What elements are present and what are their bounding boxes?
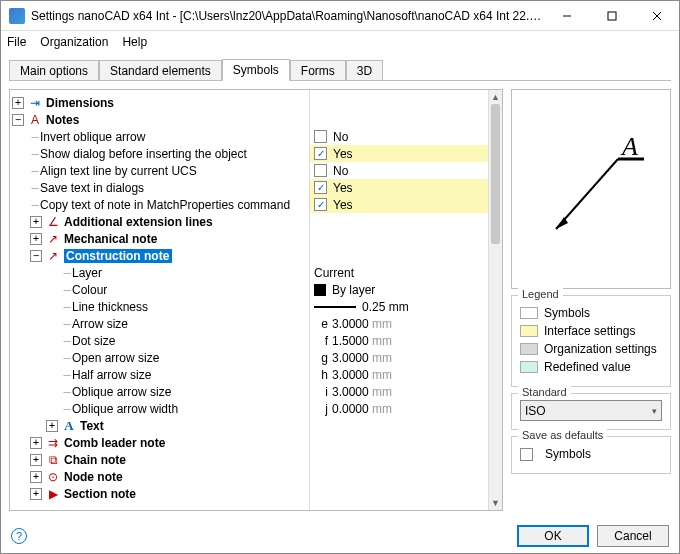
value-copy-text[interactable]: ✓ Yes <box>310 196 502 213</box>
tree-branch-icon: – <box>62 402 72 416</box>
tree-label: Oblique arrow width <box>72 402 178 416</box>
value-layer[interactable]: Current <box>310 264 502 281</box>
tree-item-mechanical-note[interactable]: + ↗ Mechanical note <box>10 230 309 247</box>
tab-standard-elements[interactable]: Standard elements <box>99 60 222 81</box>
checkbox-icon[interactable] <box>520 448 533 461</box>
value-oblique-arrow-width[interactable]: j 0.0000 mm <box>310 400 502 417</box>
expander-plus-icon[interactable]: + <box>30 488 42 500</box>
checkbox-checked-icon[interactable]: ✓ <box>314 198 327 211</box>
tree-item-show-dialog[interactable]: – Show dialog before inserting the objec… <box>10 145 309 162</box>
value-open-arrow-size[interactable]: g 3.0000 mm <box>310 349 502 366</box>
tree-item-line-thickness[interactable]: – Line thickness <box>10 298 309 315</box>
value-save-text[interactable]: ✓ Yes <box>310 179 502 196</box>
tree-item-half-arrow-size[interactable]: – Half arrow size <box>10 366 309 383</box>
expander-plus-icon[interactable]: + <box>46 420 58 432</box>
notes-icon: A <box>28 113 42 127</box>
cancel-button[interactable]: Cancel <box>597 525 669 547</box>
tree-item-comb-leader[interactable]: + ⇉ Comb leader note <box>10 434 309 451</box>
expander-minus-icon[interactable]: − <box>12 114 24 126</box>
legend-label: Interface settings <box>544 324 635 338</box>
tree-item-additional-ext-lines[interactable]: + ∠ Additional extension lines <box>10 213 309 230</box>
value-show-dialog[interactable]: ✓ Yes <box>310 145 502 162</box>
expander-plus-icon[interactable]: + <box>30 216 42 228</box>
tree-item-save-text[interactable]: – Save text in dialogs <box>10 179 309 196</box>
help-icon[interactable]: ? <box>11 528 27 544</box>
tree-item-notes[interactable]: − A Notes <box>10 111 309 128</box>
tab-forms[interactable]: Forms <box>290 60 346 81</box>
tree-item-chain-note[interactable]: + ⧉ Chain note <box>10 451 309 468</box>
standard-title: Standard <box>518 386 571 398</box>
expander-minus-icon[interactable]: − <box>30 250 42 262</box>
value-cell <box>310 213 502 230</box>
value-arrow-size[interactable]: e 3.0000 mm <box>310 315 502 332</box>
tree-label: Align text line by current UCS <box>40 164 197 178</box>
maximize-icon <box>607 11 617 21</box>
tree-item-dimensions[interactable]: + ⇥ Dimensions <box>10 94 309 111</box>
legend-swatch-icon <box>520 325 538 337</box>
tree-item-dot-size[interactable]: – Dot size <box>10 332 309 349</box>
tree-item-align-text[interactable]: – Align text line by current UCS <box>10 162 309 179</box>
tree-item-colour[interactable]: – Colour <box>10 281 309 298</box>
tree-item-arrow-size[interactable]: – Arrow size <box>10 315 309 332</box>
tree-label: Layer <box>72 266 102 280</box>
value-line-thickness[interactable]: 0.25 mm <box>310 298 502 315</box>
unit-label: mm <box>372 402 392 416</box>
tree-item-text[interactable]: + A Text <box>10 417 309 434</box>
value-oblique-arrow-size[interactable]: i 3.0000 mm <box>310 383 502 400</box>
value-text: Current <box>314 266 354 280</box>
tab-3d[interactable]: 3D <box>346 60 383 81</box>
expander-plus-icon[interactable]: + <box>12 97 24 109</box>
menu-file[interactable]: File <box>7 35 26 49</box>
titlebar: Settings nanoCAD x64 Int - [C:\Users\lnz… <box>1 1 679 31</box>
expander-plus-icon[interactable]: + <box>30 454 42 466</box>
value-text: 1.5000 <box>332 334 369 348</box>
tree-item-layer[interactable]: – Layer <box>10 264 309 281</box>
value-colour[interactable]: By layer <box>310 281 502 298</box>
menu-organization[interactable]: Organization <box>40 35 108 49</box>
tree-branch-icon: – <box>30 130 40 144</box>
ok-button[interactable]: OK <box>517 525 589 547</box>
scroll-down-icon[interactable]: ▼ <box>489 496 502 510</box>
save-defaults-symbols-row[interactable]: Symbols <box>520 447 662 461</box>
close-button[interactable] <box>634 1 679 30</box>
checkbox-icon[interactable] <box>314 164 327 177</box>
expander-plus-icon[interactable]: + <box>30 233 42 245</box>
checkbox-checked-icon[interactable]: ✓ <box>314 147 327 160</box>
value-text: 0.0000 <box>332 402 369 416</box>
vertical-scrollbar[interactable]: ▲ ▼ <box>488 90 502 510</box>
tree-item-open-arrow-size[interactable]: – Open arrow size <box>10 349 309 366</box>
checkbox-checked-icon[interactable]: ✓ <box>314 181 327 194</box>
expander-plus-icon[interactable]: + <box>30 471 42 483</box>
tree-label: Chain note <box>64 453 126 467</box>
legend-swatch-icon <box>520 343 538 355</box>
legend-item-interface: Interface settings <box>520 324 662 338</box>
maximize-button[interactable] <box>589 1 634 30</box>
checkbox-icon[interactable] <box>314 130 327 143</box>
expander-plus-icon[interactable]: + <box>30 437 42 449</box>
tree-column[interactable]: + ⇥ Dimensions − A Notes – Invert obliqu… <box>10 90 310 510</box>
tree-item-invert-oblique[interactable]: – Invert oblique arrow <box>10 128 309 145</box>
tab-main-options[interactable]: Main options <box>9 60 99 81</box>
scroll-thumb[interactable] <box>491 104 500 244</box>
menubar: File Organization Help <box>1 31 679 53</box>
text-icon: A <box>62 419 76 433</box>
tab-symbols[interactable]: Symbols <box>222 59 290 81</box>
minimize-button[interactable] <box>544 1 589 30</box>
tree-item-node-note[interactable]: + ⊙ Node note <box>10 468 309 485</box>
value-text: Yes <box>333 147 353 161</box>
standard-dropdown[interactable]: ISO ▾ <box>520 400 662 421</box>
scroll-up-icon[interactable]: ▲ <box>489 90 502 104</box>
tree-item-section-note[interactable]: + ▶ Section note <box>10 485 309 502</box>
value-half-arrow-size[interactable]: h 3.0000 mm <box>310 366 502 383</box>
menu-help[interactable]: Help <box>122 35 147 49</box>
tree-item-construction-note[interactable]: − ↗ Construction note <box>10 247 309 264</box>
tree-item-oblique-arrow-width[interactable]: – Oblique arrow width <box>10 400 309 417</box>
value-dot-size[interactable]: f 1.5000 mm <box>310 332 502 349</box>
tree-item-oblique-arrow-size[interactable]: – Oblique arrow size <box>10 383 309 400</box>
value-align-text[interactable]: No <box>310 162 502 179</box>
tree-branch-icon: – <box>62 351 72 365</box>
tree-item-copy-text[interactable]: – Copy text of note in MatchProperties c… <box>10 196 309 213</box>
footer: ? OK Cancel <box>1 519 679 553</box>
value-invert-oblique[interactable]: No <box>310 128 502 145</box>
value-cell <box>310 230 502 247</box>
